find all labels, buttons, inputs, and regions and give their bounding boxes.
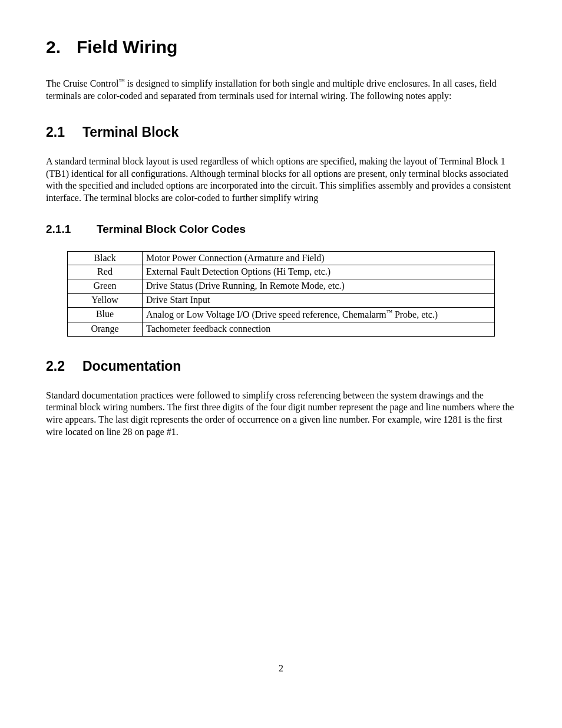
heading-3-number: 2.1.1 [46,222,97,237]
heading-2b-number: 2.2 [46,358,82,375]
color-name: Orange [68,322,143,337]
terminal-block-paragraph: A standard terminal block layout is used… [46,156,516,205]
table-row: Orange Tachometer feedback connection [68,322,495,337]
color-name: Blue [68,307,143,322]
heading-1-number: 2. [46,35,77,58]
color-name: Red [68,265,143,279]
documentation-paragraph: Standard documentation practices were fo… [46,390,516,439]
color-desc: Drive Start Input [143,294,495,308]
color-name: Black [68,251,143,265]
trademark-symbol: ™ [119,78,125,84]
color-name: Yellow [68,294,143,308]
heading-1-text: Field Wiring [77,37,177,57]
color-name: Green [68,279,143,294]
intro-text-before: The Cruise Control [46,78,119,88]
heading-2a-number: 2.1 [46,124,82,141]
page-number: 2 [46,663,516,675]
table-row: Red External Fault Detection Options (Hi… [68,265,495,279]
trademark-symbol: ™ [386,309,392,315]
color-desc: Analog or Low Voltage I/O (Drive speed r… [143,307,495,322]
table-row: Green Drive Status (Drive Running, In Re… [68,279,495,294]
heading-3-text: Terminal Block Color Codes [97,223,246,235]
color-desc: External Fault Detection Options (Hi Tem… [143,265,495,279]
heading-3-color-codes: 2.1.1Terminal Block Color Codes [46,222,516,237]
table-row: Yellow Drive Start Input [68,294,495,308]
heading-2-documentation: 2.2Documentation [46,358,516,375]
heading-2-terminal-block: 2.1Terminal Block [46,124,516,141]
intro-paragraph: The Cruise Control™ is designed to simpl… [46,77,516,103]
color-desc: Drive Status (Drive Running, In Remote M… [143,279,495,294]
color-desc: Tachometer feedback connection [143,322,495,337]
heading-2b-text: Documentation [82,358,181,374]
heading-2a-text: Terminal Block [82,124,178,140]
color-desc: Motor Power Connection (Armature and Fie… [143,251,495,265]
table-row: Black Motor Power Connection (Armature a… [68,251,495,265]
heading-1: 2.Field Wiring [46,35,516,58]
color-codes-table: Black Motor Power Connection (Armature a… [67,251,495,337]
table-row: Blue Analog or Low Voltage I/O (Drive sp… [68,307,495,322]
